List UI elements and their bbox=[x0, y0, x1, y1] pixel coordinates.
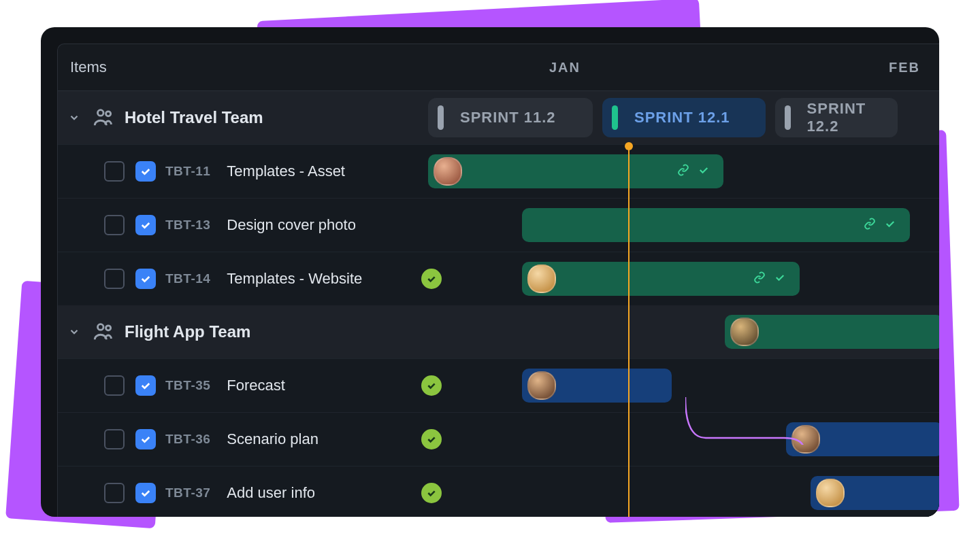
checkbox-checked[interactable] bbox=[135, 161, 156, 182]
task-title: Templates - Website bbox=[227, 270, 362, 288]
sprint-label: SPRINT 11.2 bbox=[460, 109, 556, 126]
task-bar[interactable] bbox=[786, 422, 939, 456]
status-done-icon bbox=[421, 429, 442, 449]
sprint-pill-active[interactable]: SPRINT 12.1 bbox=[602, 98, 766, 137]
task-row: TBT-36Scenario plan bbox=[58, 412, 939, 466]
link-icon[interactable] bbox=[864, 218, 876, 233]
checkbox-checked[interactable] bbox=[135, 215, 156, 235]
sprint-label: SPRINT 12.1 bbox=[634, 109, 730, 126]
team-name: Hotel Travel Team bbox=[125, 108, 263, 127]
chevron-down-icon[interactable] bbox=[62, 105, 86, 130]
task-row: TBT-14Templates - Website bbox=[58, 252, 939, 305]
task-title: Add user info bbox=[227, 484, 315, 502]
team-name: Flight App Team bbox=[125, 322, 250, 341]
avatar bbox=[434, 157, 462, 186]
svg-point-1 bbox=[106, 112, 111, 116]
avatar bbox=[527, 371, 556, 400]
task-id: TBT-11 bbox=[165, 164, 210, 179]
task-bar[interactable] bbox=[522, 208, 910, 242]
team-icon bbox=[92, 106, 115, 129]
task-id: TBT-14 bbox=[165, 271, 210, 286]
chevron-down-icon[interactable] bbox=[62, 320, 86, 344]
today-marker-dot bbox=[625, 142, 633, 150]
status-done-icon bbox=[421, 375, 442, 396]
sprint-handle bbox=[438, 105, 444, 130]
checkbox-unchecked[interactable] bbox=[104, 269, 125, 289]
checkbox-unchecked[interactable] bbox=[104, 483, 125, 503]
check-icon bbox=[884, 218, 896, 233]
team-group-row[interactable]: Hotel Travel Team SPRINT 11.2 SPRINT 12.… bbox=[58, 91, 939, 144]
svg-point-0 bbox=[98, 110, 104, 116]
checkbox-unchecked[interactable] bbox=[104, 161, 125, 182]
task-bar[interactable] bbox=[811, 476, 939, 510]
task-id: TBT-35 bbox=[165, 378, 210, 393]
timeline-panel: Items JAN FEB Hotel Travel Team SPRINT 1… bbox=[41, 27, 939, 517]
avatar bbox=[816, 479, 845, 507]
sprint-handle bbox=[785, 105, 791, 130]
task-id: TBT-37 bbox=[165, 486, 210, 500]
checkbox-checked[interactable] bbox=[135, 269, 156, 289]
avatar bbox=[791, 425, 820, 454]
team-group-row[interactable]: Flight App Team bbox=[58, 305, 939, 358]
items-column-label: Items bbox=[58, 58, 425, 76]
sprint-pill[interactable]: SPRINT 12.2 bbox=[775, 98, 898, 137]
checkbox-checked[interactable] bbox=[135, 483, 156, 503]
task-row: TBT-11Templates - Asset bbox=[58, 144, 939, 198]
task-row: TBT-13Design cover photo bbox=[58, 198, 939, 252]
task-row: TBT-35Forecast bbox=[58, 358, 939, 412]
avatar bbox=[527, 265, 556, 293]
checkbox-unchecked[interactable] bbox=[104, 215, 125, 235]
checkbox-unchecked[interactable] bbox=[104, 429, 125, 449]
month-label-jan: JAN bbox=[425, 60, 581, 75]
svg-point-3 bbox=[106, 326, 111, 330]
link-icon[interactable] bbox=[677, 164, 689, 179]
task-bar[interactable] bbox=[522, 262, 800, 296]
timeline-header: Items JAN FEB bbox=[58, 44, 939, 91]
link-icon[interactable] bbox=[753, 271, 766, 286]
month-label-feb: FEB bbox=[889, 60, 939, 75]
check-icon bbox=[774, 271, 786, 286]
task-title: Design cover photo bbox=[227, 216, 356, 234]
sprint-handle bbox=[612, 105, 618, 130]
status-done-icon bbox=[421, 483, 442, 503]
task-row: TBT-37Add user info bbox=[58, 466, 939, 517]
checkbox-checked[interactable] bbox=[135, 375, 156, 396]
check-icon bbox=[698, 164, 710, 179]
today-marker-line bbox=[628, 144, 630, 517]
avatar bbox=[730, 318, 759, 346]
sprint-pill[interactable]: SPRINT 11.2 bbox=[428, 98, 593, 137]
checkbox-checked[interactable] bbox=[135, 429, 156, 449]
task-title: Templates - Asset bbox=[227, 163, 345, 180]
task-bar[interactable] bbox=[428, 154, 723, 188]
task-title: Forecast bbox=[227, 377, 285, 394]
team-icon bbox=[92, 320, 115, 343]
status-done-icon bbox=[421, 269, 442, 289]
checkbox-unchecked[interactable] bbox=[104, 375, 125, 396]
task-title: Scenario plan bbox=[227, 430, 318, 448]
task-id: TBT-13 bbox=[165, 218, 210, 233]
svg-point-2 bbox=[98, 324, 104, 330]
sprint-label: SPRINT 12.2 bbox=[807, 100, 898, 135]
group-summary-bar[interactable] bbox=[725, 315, 939, 349]
task-bar[interactable] bbox=[522, 369, 672, 403]
task-id: TBT-36 bbox=[165, 432, 210, 447]
